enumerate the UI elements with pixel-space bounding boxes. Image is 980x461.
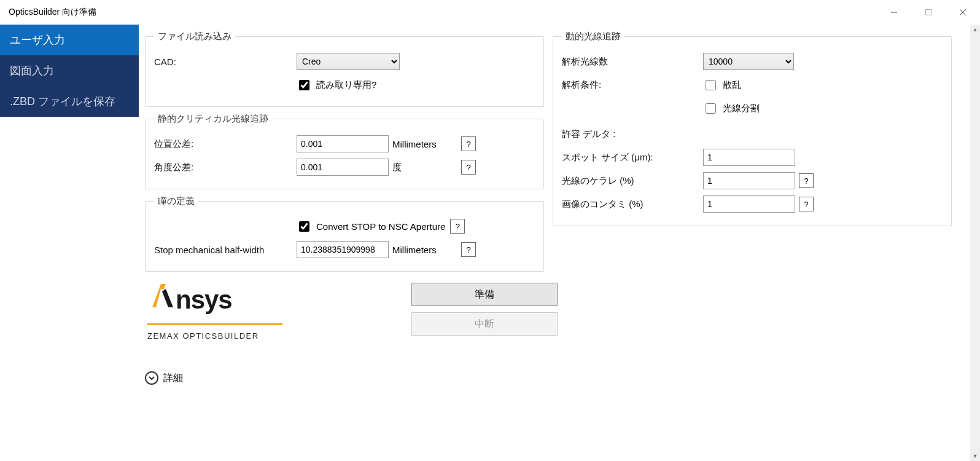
scatter-checkbox-label: 散乱	[723, 79, 741, 91]
main-panel: ファイル読み込み CAD: Creo 読み取り専用?	[139, 25, 980, 461]
convert-stop-checkbox-label: Convert STOP to NSC Aperture	[316, 221, 445, 232]
sidebar: ユーザ入力 図面入力 .ZBD ファイルを保存	[0, 25, 139, 461]
ansys-a-icon	[147, 282, 174, 309]
scroll-down-icon[interactable]: ▼	[970, 451, 980, 461]
window-controls	[877, 0, 980, 24]
cond-label: 解析条件:	[562, 79, 703, 91]
abort-button: 中断	[411, 312, 558, 336]
vignette-input[interactable]	[703, 172, 795, 189]
help-button[interactable]: ?	[461, 160, 476, 175]
spot-size-label: スポット サイズ (μm):	[562, 152, 703, 164]
scrollbar[interactable]: ▲ ▼	[970, 25, 980, 461]
cad-select[interactable]: Creo	[297, 53, 400, 70]
help-button[interactable]: ?	[461, 242, 476, 257]
group-file-load: ファイル読み込み CAD: Creo 読み取り専用?	[145, 31, 544, 107]
split-checkbox[interactable]: 光線分割	[703, 101, 760, 116]
group-static-trace: 静的クリティカル光線追跡 位置公差: Millimeters ? 角度公差: 度…	[145, 113, 544, 189]
pos-tol-label: 位置公差:	[154, 138, 297, 150]
pos-tol-input[interactable]	[297, 135, 389, 152]
help-button[interactable]: ?	[461, 136, 476, 151]
group-legend: 瞳の定義	[154, 195, 198, 207]
window-title: OpticsBuilder 向け準備	[9, 7, 96, 18]
svg-rect-1	[926, 10, 931, 15]
readonly-checkbox-input[interactable]	[299, 80, 309, 90]
stop-hw-input[interactable]	[297, 241, 389, 258]
help-button[interactable]: ?	[450, 219, 465, 234]
stop-hw-label: Stop mechanical half-width	[154, 245, 297, 255]
sidebar-item-user-input[interactable]: ユーザ入力	[0, 25, 139, 55]
ray-count-label: 解析光線数	[562, 56, 703, 68]
spot-size-input[interactable]	[703, 149, 795, 166]
split-checkbox-input[interactable]	[706, 103, 716, 114]
cad-label: CAD:	[154, 57, 297, 67]
sidebar-item-save-zbd[interactable]: .ZBD ファイルを保存	[0, 86, 139, 117]
close-button[interactable]	[946, 0, 980, 25]
contam-label: 画像のコンタミ (%)	[562, 199, 703, 210]
prepare-button[interactable]: 準備	[411, 283, 558, 306]
convert-stop-checkbox[interactable]: Convert STOP to NSC Aperture	[297, 219, 445, 234]
group-dynamic-trace: 動的光線追跡 解析光線数 10000 解析条件: 散乱	[553, 31, 952, 226]
logo-and-actions: nsys ZEMAX OPTICSBUILDER 準備 中断	[147, 282, 544, 341]
sidebar-item-label: .ZBD ファイルを保存	[10, 94, 115, 109]
delta-label: 許容 デルタ :	[562, 128, 703, 140]
ang-tol-unit: 度	[392, 162, 454, 173]
details-label: 詳細	[163, 372, 183, 385]
svg-marker-5	[162, 289, 173, 307]
scatter-checkbox-input[interactable]	[706, 80, 716, 90]
stop-hw-unit: Millimeters	[392, 245, 454, 255]
ansys-logo: nsys ZEMAX OPTICSBUILDER	[147, 282, 282, 341]
maximize-button[interactable]	[911, 0, 946, 25]
scatter-checkbox[interactable]: 散乱	[703, 78, 741, 92]
group-legend: 静的クリティカル光線追跡	[154, 113, 272, 125]
sidebar-item-label: ユーザ入力	[10, 33, 65, 47]
ang-tol-input[interactable]	[297, 159, 389, 176]
ang-tol-label: 角度公差:	[154, 162, 297, 173]
titlebar: OpticsBuilder 向け準備	[0, 0, 980, 25]
help-button[interactable]: ?	[799, 197, 814, 211]
group-legend: ファイル読み込み	[154, 31, 235, 42]
group-pupil: 瞳の定義 Convert STOP to NSC Aperture ? Stop…	[145, 195, 544, 272]
help-button[interactable]: ?	[799, 173, 814, 188]
pos-tol-unit: Millimeters	[392, 139, 454, 149]
zemax-subtitle: ZEMAX OPTICSBUILDER	[147, 331, 282, 341]
ansys-text: nsys	[176, 285, 232, 315]
readonly-checkbox-label: 読み取り専用?	[316, 79, 376, 91]
readonly-checkbox[interactable]: 読み取り専用?	[297, 78, 376, 92]
minimize-button[interactable]	[877, 0, 911, 25]
group-legend: 動的光線追跡	[562, 31, 624, 42]
logo-divider	[147, 323, 282, 325]
convert-stop-checkbox-input[interactable]	[299, 221, 309, 232]
ray-count-select[interactable]: 10000	[703, 53, 794, 70]
vignette-label: 光線のケラレ (%)	[562, 175, 703, 187]
scroll-up-icon[interactable]: ▲	[970, 25, 980, 34]
chevron-down-icon	[145, 371, 158, 385]
contam-input[interactable]	[703, 195, 795, 213]
details-expander[interactable]: 詳細	[145, 371, 544, 385]
sidebar-item-drawing-input[interactable]: 図面入力	[0, 55, 139, 86]
split-checkbox-label: 光線分割	[723, 103, 760, 114]
sidebar-item-label: 図面入力	[10, 63, 54, 78]
